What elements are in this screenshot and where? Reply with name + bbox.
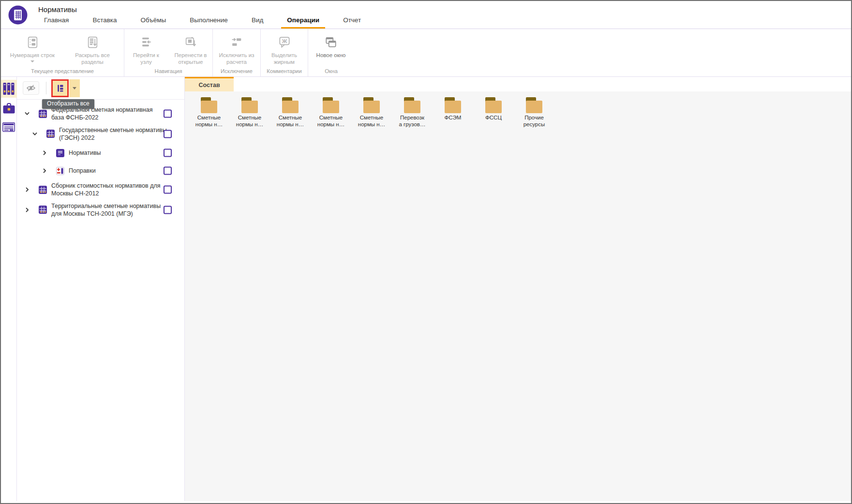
normative-base-icon [39, 206, 47, 214]
new-window-button[interactable]: Новое окно [311, 33, 351, 68]
chevron-right-icon[interactable] [42, 168, 48, 174]
tree-row[interactable]: Нормативы [17, 146, 184, 160]
registry-sheet-icon [2, 122, 15, 133]
folder-icon [363, 96, 380, 114]
chevron-down-icon[interactable] [32, 131, 39, 137]
sidebar-item-registry[interactable] [1, 119, 17, 136]
folder-view: Сметные нормы н… Сметные нормы н… Сметны… [185, 91, 851, 501]
folder-icon [444, 96, 462, 114]
bold-comment-button[interactable]: Ж Выделить жирным [262, 33, 307, 68]
folder-item[interactable]: Сметные нормы н… [351, 96, 392, 128]
button-label: Раскрыть все разделы [75, 52, 110, 66]
expand-all-sections-icon [86, 33, 99, 51]
eye-off-icon [26, 83, 36, 93]
chevron-right-icon[interactable] [24, 207, 31, 213]
menu-tab-operacii[interactable]: Операции [287, 14, 319, 29]
briefcase-icon [3, 103, 15, 114]
folder-label: Сметные нормы н… [236, 115, 263, 128]
chevron-down-icon[interactable] [24, 111, 31, 117]
folder-item[interactable]: Сметные нормы н… [229, 96, 270, 128]
button-label: Перейти к узлу [133, 52, 159, 66]
normatives-book-icon [56, 149, 64, 157]
folder-item[interactable]: Сметные нормы н… [189, 96, 229, 128]
bold-comment-icon: Ж [278, 33, 291, 51]
move-to-open-icon [184, 33, 197, 51]
folder-label: ФССЦ [485, 115, 502, 121]
folder-icon [282, 96, 299, 114]
tree-row[interactable]: Государственные сметные нормативы (ГЭСН)… [17, 126, 184, 142]
menu-tab-vypolnenie[interactable]: Выполнение [190, 14, 228, 29]
sidebar-item-briefcase[interactable] [1, 99, 17, 117]
row-numbering-button[interactable]: Нумерация строк [3, 33, 61, 68]
normative-base-icon [39, 110, 47, 118]
goto-node-icon [140, 33, 153, 51]
chevron-right-icon[interactable] [42, 150, 48, 156]
page-title: Нормативы [38, 5, 77, 14]
tree-row[interactable]: Территориальные сметные нормативы для Мо… [17, 202, 184, 218]
folder-item[interactable]: Перевозк а грузов… [392, 96, 433, 128]
folder-icon [241, 96, 258, 114]
move-to-open-button[interactable]: Перенести в открытые [169, 33, 212, 68]
menu-tab-otchet[interactable]: Отчет [343, 14, 361, 29]
dropdown-caret-icon [30, 60, 34, 62]
sidebar-item-normative-bases[interactable] [1, 80, 17, 98]
chevron-right-icon[interactable] [24, 187, 31, 193]
folder-label: Сметные нормы н… [277, 115, 304, 128]
new-window-icon [324, 33, 338, 51]
menu-tab-obyomy[interactable]: Объёмы [141, 14, 166, 29]
folder-item[interactable]: Прочие ресурсы [514, 96, 554, 128]
tree-checkbox[interactable] [164, 130, 172, 138]
row-numbering-icon [26, 33, 39, 51]
folder-item[interactable]: ФСЭМ [433, 96, 473, 128]
tree-checkbox[interactable] [164, 206, 172, 214]
tree-checkbox[interactable] [164, 110, 172, 118]
button-label: Исключить из расчета [219, 52, 254, 66]
menu-tab-vid[interactable]: Вид [252, 14, 263, 29]
app-body: Отобразить все Федеральная сметная норма… [1, 77, 851, 501]
ribbon-group-label: Комментарии [261, 68, 308, 76]
expand-all-sections-button[interactable]: Раскрыть все разделы [63, 33, 121, 68]
folder-icon [404, 96, 421, 114]
folder-item[interactable]: ФССЦ [473, 96, 514, 128]
ribbon-group-label: Текущее представление [1, 68, 124, 76]
ribbon-group-label: Навигация [124, 68, 212, 76]
main-area: Состав Сметные нормы н… Сметные нормы н…… [185, 77, 851, 501]
ribbon-group-label: Исключение [213, 68, 260, 76]
ribbon-group-windows: Новое окно Окна [308, 29, 354, 76]
tree-checkbox[interactable] [164, 149, 172, 157]
tree-checkbox[interactable] [164, 167, 172, 175]
tree-checkbox[interactable] [164, 186, 172, 194]
tooltip: Отобразить все [42, 99, 94, 109]
folder-label: Сметные нормы н… [317, 115, 344, 128]
ribbon-group-current-view: Нумерация строк Раскрыть все разделы Тек… [1, 29, 124, 76]
folder-label: Сметные нормы н… [195, 115, 223, 128]
tree-item-label: Сборник стоимостных нормативов для Москв… [51, 182, 166, 198]
normative-base-icon [46, 130, 55, 138]
normative-bases-icon [3, 82, 15, 95]
svg-text:Ж: Ж [281, 38, 287, 44]
folder-icon [322, 96, 340, 114]
tree-item-label: Государственные сметные нормативы (ГЭСН)… [59, 126, 174, 142]
ribbon-group-navigation: Перейти к узлу Перенести в открытые Нави… [124, 29, 213, 76]
menu-tab-glavnaya[interactable]: Главная [44, 14, 69, 29]
folder-item[interactable]: Сметные нормы н… [311, 96, 351, 128]
goto-node-button[interactable]: Перейти к узлу [125, 33, 167, 68]
display-all-dropdown-button[interactable] [69, 79, 80, 97]
folder-icon [200, 96, 218, 114]
hide-button[interactable] [23, 81, 39, 95]
ribbon-group-label: Окна [308, 68, 354, 76]
exclude-from-calc-button[interactable]: Исключить из расчета [214, 33, 259, 68]
folder-label: ФСЭМ [445, 115, 462, 121]
menu-tab-vstavka[interactable]: Вставка [92, 14, 117, 29]
folder-icon [525, 96, 543, 114]
folder-label: Прочие ресурсы [523, 115, 545, 128]
ribbon-group-exclusion: Исключить из расчета Исключение [213, 29, 261, 76]
tree-item-label: Территориальные сметные нормативы для Мо… [51, 202, 166, 218]
folder-item[interactable]: Сметные нормы н… [270, 96, 311, 128]
tab-sostav[interactable]: Состав [185, 77, 234, 91]
tree-row[interactable]: Поправки [17, 164, 184, 178]
tree-row[interactable]: Сборник стоимостных нормативов для Москв… [17, 182, 184, 198]
ribbon-group-comments: Ж Выделить жирным Комментарии [261, 29, 308, 76]
button-label: Перенести в открытые [175, 52, 207, 66]
display-all-button[interactable] [51, 79, 69, 97]
